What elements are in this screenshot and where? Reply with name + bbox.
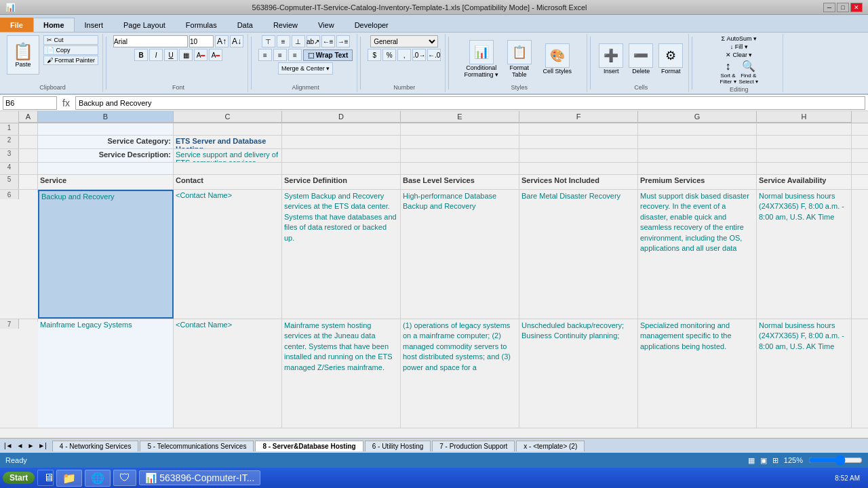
cell-d6[interactable]: System Backup and Recovery services at t…: [282, 190, 401, 319]
sort-filter-button[interactable]: ↕ Sort &Filter ▾: [720, 60, 736, 85]
cell-h1[interactable]: [757, 123, 852, 135]
sheet-tab-7[interactable]: 7 - Production Support: [432, 441, 515, 451]
number-format-select[interactable]: General Number Currency: [370, 35, 438, 47]
underline-button[interactable]: U: [164, 49, 178, 61]
cell-f4[interactable]: [519, 163, 638, 174]
sheet-tab-8[interactable]: 8 - Server&Database Hosting: [255, 441, 363, 451]
taskbar-item-3[interactable]: 🌐: [85, 470, 111, 487]
cell-g6[interactable]: Must support disk based disaster recover…: [638, 190, 757, 319]
cell-f5[interactable]: Services Not Included: [519, 175, 638, 189]
cell-h4[interactable]: [757, 163, 852, 174]
cell-d3[interactable]: [282, 149, 401, 162]
bold-button[interactable]: B: [134, 49, 148, 61]
align-top-btn[interactable]: ⊤: [262, 35, 275, 47]
comma-btn[interactable]: ,: [397, 49, 411, 61]
cell-a4[interactable]: [19, 163, 38, 174]
find-select-button[interactable]: 🔍 Find &Select ▾: [739, 60, 758, 85]
tab-view[interactable]: View: [308, 18, 344, 32]
column-headers[interactable]: A B C D E F G H: [0, 111, 868, 123]
increase-font-btn[interactable]: A↑: [215, 35, 229, 47]
increase-decimal-btn[interactable]: .0→: [412, 49, 426, 61]
cell-e3[interactable]: [401, 149, 519, 162]
fill-color-btn[interactable]: A▬: [194, 49, 208, 61]
cell-d7[interactable]: Mainframe system hosting services at the…: [282, 319, 401, 428]
cell-d5[interactable]: Service Definition: [282, 175, 401, 189]
start-button[interactable]: Start: [3, 472, 35, 484]
col-header-f[interactable]: F: [519, 111, 638, 123]
close-btn[interactable]: ✕: [850, 3, 863, 12]
sheet-tab-6[interactable]: 6 - Utility Hosting: [365, 441, 431, 451]
autosum-button[interactable]: Σ AutoSum ▾: [721, 35, 757, 42]
cell-a7[interactable]: [19, 319, 38, 322]
border-button[interactable]: ▦: [179, 49, 193, 61]
tab-formulas[interactable]: Formulas: [176, 18, 227, 32]
cell-c1[interactable]: [174, 123, 282, 135]
paste-button[interactable]: 📋 Paste: [7, 35, 39, 75]
cell-b7[interactable]: Mainframe Legacy Systems: [38, 319, 174, 428]
cell-h5[interactable]: Service Availability: [757, 175, 852, 189]
cell-g4[interactable]: [638, 163, 757, 174]
cell-b4[interactable]: [38, 163, 174, 174]
tab-first-btn[interactable]: |◄: [3, 442, 14, 449]
cell-a6[interactable]: [19, 190, 38, 192]
tab-nav-arrows[interactable]: |◄ ◄ ► ►|: [0, 442, 51, 449]
taskbar-item-4[interactable]: 🛡: [113, 470, 136, 486]
cell-c7[interactable]: <Contact Name>: [174, 319, 282, 428]
cell-g1[interactable]: [638, 123, 757, 135]
col-header-e[interactable]: E: [401, 111, 519, 123]
decrease-font-btn[interactable]: A↓: [230, 35, 243, 47]
align-middle-btn[interactable]: ≡: [277, 35, 290, 47]
cell-c4[interactable]: [174, 163, 282, 174]
zoom-slider[interactable]: [808, 455, 863, 466]
cell-h2[interactable]: [757, 136, 852, 148]
format-as-table-button[interactable]: 📋 Format Table: [502, 40, 537, 78]
cell-e1[interactable]: [401, 123, 519, 135]
view-layout-btn[interactable]: ▣: [760, 456, 767, 465]
formula-input[interactable]: [75, 96, 865, 110]
col-header-h[interactable]: H: [757, 111, 852, 123]
orient-btn[interactable]: ab↗: [307, 35, 320, 47]
cell-e5[interactable]: Base Level Services: [401, 175, 519, 189]
conditional-formatting-button[interactable]: 📊 ConditionalFormatting ▾: [464, 40, 499, 78]
insert-cells-button[interactable]: ➕ Insert: [597, 43, 625, 75]
merge-center-button[interactable]: Merge & Center ▾: [278, 62, 333, 75]
col-header-g[interactable]: G: [638, 111, 757, 123]
cell-h6[interactable]: Normal business hours (24X7X365) F, 8:00…: [757, 190, 852, 319]
cut-button[interactable]: ✂ Cut: [43, 35, 98, 45]
view-page-btn[interactable]: ⊞: [772, 456, 778, 465]
italic-button[interactable]: I: [149, 49, 163, 61]
delete-cells-button[interactable]: ➖ Delete: [627, 43, 654, 75]
cell-g5[interactable]: Premium Services: [638, 175, 757, 189]
cell-f2[interactable]: [519, 136, 638, 148]
cell-d2[interactable]: [282, 136, 401, 148]
sheet-tab-x[interactable]: x - <template> (2): [516, 441, 585, 451]
col-header-b[interactable]: B: [38, 111, 174, 123]
cell-f1[interactable]: [519, 123, 638, 135]
cell-e6[interactable]: High-performance Database Backup and Rec…: [401, 190, 519, 319]
cell-styles-button[interactable]: 🎨 Cell Styles: [540, 43, 575, 75]
format-painter-button[interactable]: 🖌 Format Painter: [43, 56, 98, 65]
minimize-btn[interactable]: ─: [823, 3, 835, 12]
function-icon[interactable]: fx: [60, 98, 73, 108]
cell-e2[interactable]: [401, 136, 519, 148]
col-header-d[interactable]: D: [282, 111, 401, 123]
cell-c5[interactable]: Contact: [174, 175, 282, 189]
cell-f6[interactable]: Bare Metal Disaster Recovery: [519, 190, 638, 319]
tab-prev-btn[interactable]: ◄: [16, 442, 25, 449]
align-right-btn[interactable]: ≡: [288, 49, 302, 61]
taskbar-item-2[interactable]: 📁: [56, 470, 82, 487]
font-color-btn[interactable]: A▬: [209, 49, 222, 61]
cell-e4[interactable]: [401, 163, 519, 174]
font-name-input[interactable]: [113, 35, 188, 47]
cell-b2[interactable]: Service Category:: [38, 136, 174, 148]
copy-button[interactable]: 📄 Copy: [43, 45, 98, 55]
col-header-a[interactable]: A: [19, 111, 38, 123]
currency-btn[interactable]: $: [368, 49, 381, 61]
align-left-btn[interactable]: ≡: [258, 49, 272, 61]
tab-file[interactable]: File: [0, 18, 33, 32]
sheet-tab-5[interactable]: 5 - Telecommunications Services: [140, 441, 254, 451]
clear-button[interactable]: ✕ Clear ▾: [726, 52, 753, 58]
view-normal-btn[interactable]: ▦: [748, 456, 755, 465]
wrap-text-button[interactable]: ⬚ Wrap Text: [303, 49, 353, 61]
align-center-btn[interactable]: ≡: [273, 49, 287, 61]
